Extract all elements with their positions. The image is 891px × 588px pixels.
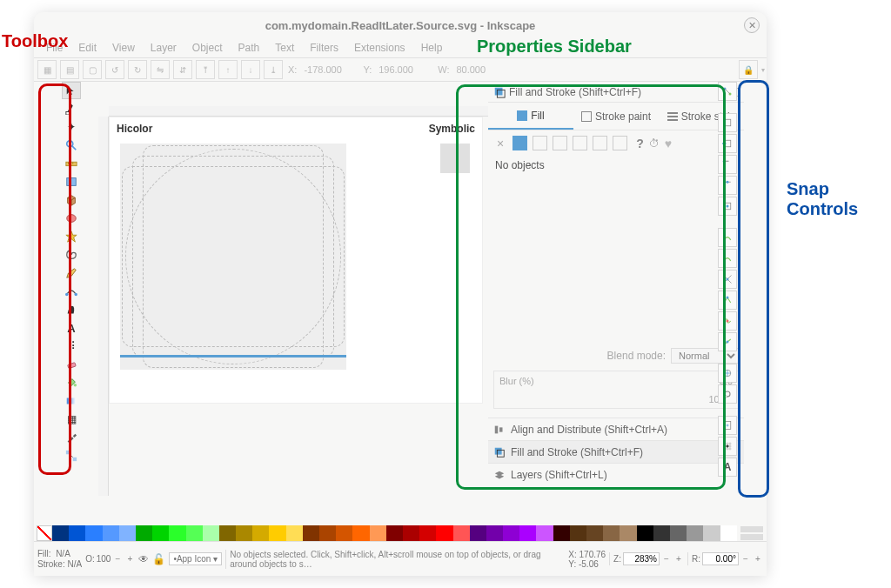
clock-icon[interactable]: ⏱ [649, 137, 660, 150]
menu-filters[interactable]: Filters [303, 40, 345, 56]
tweak-tool-icon[interactable]: ✦ [62, 118, 81, 136]
flat-color-icon[interactable] [512, 136, 527, 150]
snap-path-icon[interactable] [718, 249, 737, 268]
palette-swatch[interactable] [186, 525, 203, 541]
node-tool-icon[interactable] [62, 100, 81, 117]
snap-page-border-icon[interactable] [718, 416, 737, 435]
palette-swatch[interactable] [85, 525, 102, 541]
measure-tool-icon[interactable] [62, 155, 81, 172]
snap-bbox-center-icon[interactable] [718, 197, 737, 216]
palette-swatch[interactable] [536, 525, 553, 541]
palette-swatch[interactable] [252, 525, 269, 541]
palette-swatch[interactable] [219, 525, 236, 541]
tab-stroke-paint[interactable]: Stroke paint [573, 103, 659, 130]
radial-gradient-icon[interactable] [553, 136, 567, 150]
eraser-tool-icon[interactable] [62, 356, 81, 373]
lower-icon[interactable]: ↓ [241, 60, 260, 79]
palette-swatch[interactable] [720, 525, 737, 541]
layer-lock-icon[interactable]: 🔓 [152, 553, 165, 565]
snap-smooth-icon[interactable] [718, 311, 737, 331]
status-stroke[interactable]: N/A [67, 559, 82, 569]
palette-swatch[interactable] [703, 525, 720, 541]
palette-swatch[interactable] [403, 525, 419, 541]
layer-selector[interactable]: •App Icon ▾ [169, 552, 222, 565]
palette-swatch[interactable] [370, 525, 386, 541]
palette-swatch[interactable] [436, 525, 452, 541]
swatch-icon[interactable] [613, 136, 627, 150]
star-tool-icon[interactable] [62, 228, 81, 245]
connector-tool-icon[interactable] [62, 447, 81, 464]
palette-swatch[interactable] [519, 525, 536, 541]
menu-path[interactable]: Path [231, 40, 267, 56]
zoom-tool-icon[interactable] [62, 137, 81, 154]
rectangle-tool-icon[interactable] [62, 173, 81, 190]
palette-swatch[interactable] [152, 525, 169, 541]
palette-swatch[interactable] [419, 525, 436, 541]
palette-swatch[interactable] [103, 525, 119, 541]
flip-v-icon[interactable]: ⇵ [173, 60, 192, 79]
status-opacity[interactable]: 100 [97, 554, 111, 564]
palette-swatch[interactable] [69, 525, 85, 541]
no-paint-icon[interactable]: × [493, 137, 507, 150]
palette-swatch[interactable] [169, 525, 185, 541]
snap-object-center-icon[interactable] [718, 364, 737, 383]
lock-icon[interactable]: 🔒 [739, 60, 758, 79]
raise-icon[interactable]: ↑ [218, 60, 238, 79]
layer-visibility-icon[interactable]: 👁 [138, 553, 149, 565]
palette-swatch[interactable] [653, 525, 670, 541]
zoom-input[interactable] [623, 552, 660, 565]
palette-scroll[interactable] [740, 525, 764, 541]
palette-swatch[interactable] [319, 525, 336, 541]
palette-swatch[interactable] [352, 525, 369, 541]
palette-swatch[interactable] [453, 525, 470, 541]
palette-swatch[interactable] [203, 525, 219, 541]
rotation-input[interactable] [702, 552, 739, 565]
spray-tool-icon[interactable]: ⠿ [62, 337, 81, 355]
x-value[interactable]: -178.000 [304, 64, 356, 75]
flip-h-icon[interactable]: ⇋ [151, 60, 170, 79]
palette-swatch[interactable] [236, 525, 252, 541]
paintbucket-tool-icon[interactable] [62, 374, 81, 391]
snap-bbox-corner-icon[interactable] [718, 155, 737, 174]
unknown-paint-icon[interactable]: ? [636, 137, 644, 150]
snap-nodes-icon[interactable] [718, 228, 737, 247]
snap-bbox-midpoint-icon[interactable] [718, 176, 737, 195]
y-value[interactable]: 196.000 [379, 64, 431, 75]
spiral-tool-icon[interactable] [62, 246, 81, 264]
palette-swatch[interactable] [553, 525, 570, 541]
bezier-tool-icon[interactable] [62, 283, 81, 300]
snap-bbox-edge-icon[interactable] [718, 134, 737, 153]
palette-swatch[interactable] [687, 525, 703, 541]
palette-swatch[interactable] [670, 525, 687, 541]
menu-layer[interactable]: Layer [144, 40, 184, 56]
palette-swatch[interactable] [136, 525, 152, 541]
menu-edit[interactable]: Edit [71, 40, 104, 56]
palette-swatch[interactable] [586, 525, 603, 541]
deselect-icon[interactable]: ▢ [83, 60, 102, 79]
palette-swatch[interactable] [503, 525, 519, 541]
palette-swatch[interactable] [303, 525, 319, 541]
snap-text-baseline-icon[interactable]: A [718, 458, 737, 477]
palette-swatch[interactable] [620, 525, 636, 541]
w-value[interactable]: 80.000 [456, 64, 508, 75]
rot-plus-icon[interactable]: + [753, 554, 763, 564]
select-all-icon[interactable]: ▦ [37, 60, 57, 79]
panel-layers[interactable]: Layers (Shift+Ctrl+L) [488, 463, 744, 485]
mesh-gradient-icon[interactable] [573, 136, 587, 150]
calligraphy-tool-icon[interactable] [62, 301, 81, 318]
palette-swatch[interactable] [119, 525, 136, 541]
tab-fill[interactable]: Fill [488, 103, 573, 130]
heart-icon[interactable]: ♥ [665, 137, 672, 150]
panel-fill-stroke[interactable]: Fill and Stroke (Shift+Ctrl+F) [488, 440, 744, 463]
palette-no-fill[interactable] [37, 525, 52, 541]
palette-swatch[interactable] [603, 525, 620, 541]
mesh-tool-icon[interactable]: ▦ [62, 411, 81, 428]
palette-swatch[interactable] [286, 525, 303, 541]
menu-extensions[interactable]: Extensions [347, 40, 412, 56]
snap-enable-icon[interactable] [718, 82, 737, 101]
rotate-cw-icon[interactable]: ↻ [128, 60, 147, 79]
status-fill[interactable]: N/A [56, 549, 70, 558]
options-overflow-icon[interactable]: ▾ [761, 66, 765, 74]
linear-gradient-icon[interactable] [533, 136, 547, 150]
raise-top-icon[interactable]: ⤒ [196, 60, 215, 79]
